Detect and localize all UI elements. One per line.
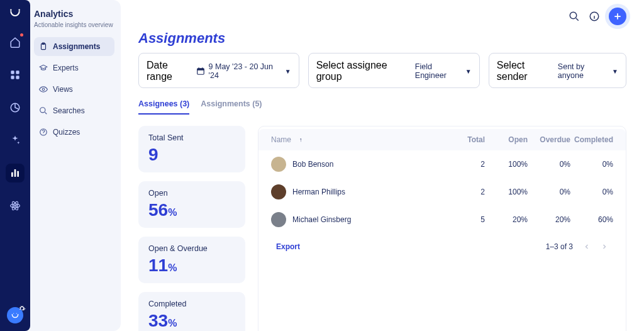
sidebar-item-searches[interactable]: Searches: [34, 101, 114, 120]
svg-point-1: [18, 9, 19, 11]
filter-value: Field Engineer: [415, 62, 465, 80]
sidebar-item-assignments[interactable]: Assignments: [34, 37, 114, 56]
sidebar-title: Analytics: [34, 9, 114, 19]
academic-cap-icon: [39, 64, 48, 72]
sidebar-item-label: Experts: [53, 64, 79, 72]
sidebar: Analytics Actionable insights overview A…: [28, 0, 121, 331]
col-open[interactable]: Open: [485, 135, 528, 144]
stat-value: 33: [148, 311, 168, 330]
cell-open: 100%: [485, 160, 528, 169]
pager-range: 1–3 of 3: [546, 242, 573, 251]
cell-total: 5: [442, 215, 485, 224]
sort-asc-icon: ↑: [299, 137, 303, 143]
col-total[interactable]: Total: [442, 135, 485, 144]
table-footer: Export 1–3 of 3: [258, 233, 626, 260]
page-prev[interactable]: [583, 243, 591, 250]
filter-value: 9 May '23 - 20 Jun '24: [209, 62, 285, 80]
stat-unit: %: [168, 262, 177, 273]
svg-point-13: [14, 205, 16, 206]
table-header: Name↑ Total Open Overdue Completed: [258, 129, 626, 150]
add-button[interactable]: [609, 8, 626, 25]
avatar: [271, 184, 286, 199]
rail-sparkle[interactable]: [6, 131, 25, 150]
help-circle-icon: [39, 128, 48, 137]
calendar-icon: [196, 67, 205, 76]
svg-point-19: [40, 108, 45, 113]
stat-unit: %: [168, 207, 177, 218]
col-name[interactable]: Name↑: [271, 135, 442, 144]
tab-assignments[interactable]: Assignments (5): [201, 99, 262, 115]
cell-completed: 0%: [570, 160, 613, 169]
info-button[interactable]: [589, 11, 600, 22]
eye-icon: [39, 85, 48, 94]
notification-dot: [20, 33, 23, 36]
gear-icon: [18, 305, 26, 312]
svg-rect-8: [14, 169, 16, 177]
search-icon: [39, 106, 48, 115]
filter-sender[interactable]: Select sender Sent by anyone ▼: [489, 53, 626, 88]
filter-label: Date range: [147, 60, 196, 82]
clipboard-icon: [39, 42, 48, 51]
cell-overdue: 20%: [528, 215, 570, 224]
rail-home[interactable]: [6, 33, 25, 52]
stat-open-overdue: Open & Overdue 11%: [138, 237, 245, 283]
svg-rect-7: [11, 172, 13, 177]
sidebar-item-experts[interactable]: Experts: [34, 59, 114, 77]
svg-point-22: [570, 12, 577, 19]
chevron-down-icon: ▼: [465, 68, 472, 75]
cell-total: 2: [442, 160, 485, 169]
chevron-down-icon: ▼: [285, 68, 291, 75]
stat-title: Completed: [148, 300, 235, 308]
sidebar-item-label: Views: [53, 85, 73, 94]
search-button[interactable]: [569, 11, 580, 22]
rail-atom[interactable]: [6, 196, 25, 215]
svg-rect-5: [16, 76, 19, 79]
avatar-badge: [7, 307, 23, 323]
sidebar-item-views[interactable]: Views: [34, 80, 114, 99]
sidebar-item-quizzes[interactable]: Quizzes: [34, 123, 114, 142]
svg-point-14: [13, 313, 14, 314]
stat-title: Open & Overdue: [148, 244, 235, 253]
stat-value: 11: [148, 255, 168, 275]
cell-total: 2: [442, 188, 485, 196]
cell-completed: 60%: [570, 215, 613, 224]
cell-name: Bob Benson: [292, 160, 333, 169]
rail-profile[interactable]: [6, 306, 25, 325]
svg-point-21: [43, 133, 44, 134]
pagination: 1–3 of 3: [546, 242, 608, 251]
tab-assignees[interactable]: Assignees (3): [138, 99, 189, 115]
content: Assignments Date range 9 May '23 - 20 Ju…: [121, 0, 644, 331]
page-title: Assignments: [138, 30, 626, 47]
stat-total-sent: Total Sent 9: [138, 126, 245, 172]
topbar: [569, 8, 626, 25]
rail-apps[interactable]: [6, 65, 25, 84]
cell-open: 100%: [485, 188, 528, 196]
svg-rect-25: [197, 69, 204, 70]
assignees-table: Name↑ Total Open Overdue Completed Bob B…: [258, 126, 626, 331]
svg-rect-2: [11, 70, 14, 74]
stat-completed: Completed 33%: [138, 292, 245, 331]
col-overdue[interactable]: Overdue: [528, 135, 570, 144]
export-button[interactable]: Export: [276, 242, 300, 251]
nav-rail: [0, 0, 30, 331]
svg-rect-9: [17, 171, 19, 177]
stat-value: 9: [148, 145, 158, 164]
stat-title: Open: [148, 189, 235, 198]
rail-analytics[interactable]: [6, 164, 25, 182]
table-row[interactable]: Herman Phillips 2 100% 0% 0%: [258, 178, 626, 206]
svg-rect-3: [16, 70, 19, 74]
cell-name: Michael Ginsberg: [292, 215, 351, 224]
filter-label: Select sender: [497, 60, 558, 82]
stat-unit: %: [168, 318, 177, 328]
rail-chart[interactable]: [6, 98, 25, 117]
stats-column: Total Sent 9 Open 56% Open & Overdue 11%…: [138, 126, 245, 331]
filter-date-range[interactable]: Date range 9 May '23 - 20 Jun '24 ▼: [138, 53, 299, 88]
page-next[interactable]: [601, 243, 608, 250]
filter-assignee-group[interactable]: Select assignee group Field Engineer ▼: [308, 53, 480, 88]
table-row[interactable]: Bob Benson 2 100% 0% 0%: [258, 150, 626, 178]
filter-value: Sent by anyone: [558, 62, 612, 80]
svg-rect-4: [11, 76, 14, 79]
table-row[interactable]: Michael Ginsberg 5 20% 20% 60%: [258, 206, 626, 233]
tab-bar: Assignees (3) Assignments (5): [138, 99, 626, 115]
col-completed[interactable]: Completed: [570, 135, 613, 144]
